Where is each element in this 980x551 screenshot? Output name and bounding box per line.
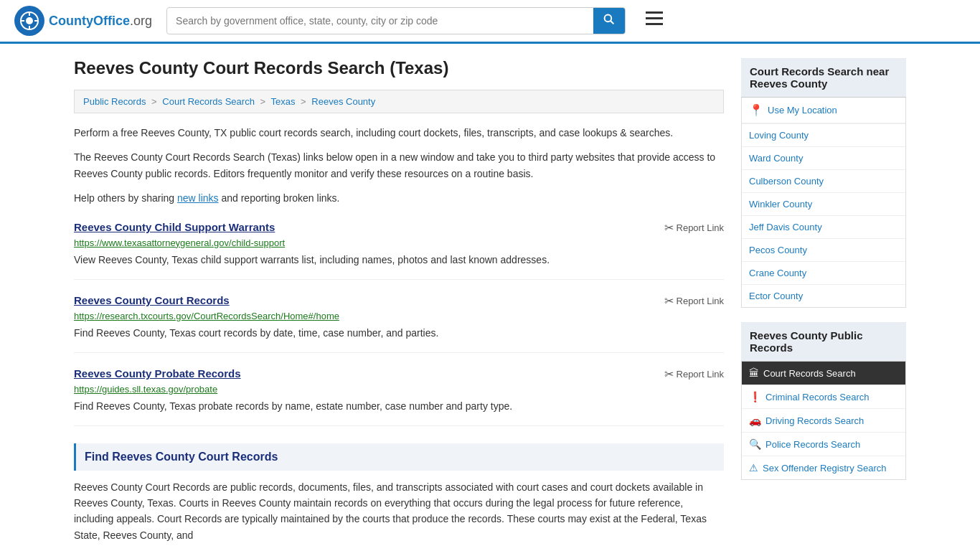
svg-point-6 — [605, 15, 612, 22]
new-links-link[interactable]: new links — [177, 192, 219, 204]
svg-rect-9 — [646, 17, 663, 19]
nearby-county-ector-link[interactable]: Ector County — [742, 285, 905, 307]
use-location-item[interactable]: 📍 Use My Location — [742, 98, 905, 124]
main-content: Reeves County Court Records Search (Texa… — [74, 58, 724, 543]
police-icon: 🔍 — [749, 438, 761, 450]
record-entry-court-records: Reeves County Court Records ✂ Report Lin… — [74, 294, 724, 353]
site-logo[interactable]: CountyOffice.org — [14, 6, 152, 36]
breadcrumb: Public Records > Court Records Search > … — [74, 90, 724, 113]
scissors-icon-3: ✂ — [664, 367, 674, 381]
report-link-btn-3[interactable]: ✂ Report Link — [664, 367, 724, 381]
record-header-2: Reeves County Court Records ✂ Report Lin… — [74, 294, 724, 308]
find-records-heading: Find Reeves County Court Records — [74, 443, 724, 471]
search-input[interactable] — [167, 9, 593, 32]
svg-point-1 — [26, 17, 33, 24]
nearby-county-culberson[interactable]: Culberson County — [742, 170, 905, 193]
breadcrumb-public-records[interactable]: Public Records — [83, 96, 146, 107]
pub-rec-criminal[interactable]: ❗ Criminal Records Search — [742, 385, 905, 409]
nearby-county-pecos[interactable]: Pecos County — [742, 239, 905, 262]
nearby-county-ward[interactable]: Ward County — [742, 147, 905, 170]
menu-button[interactable] — [640, 9, 669, 33]
scissors-icon-2: ✂ — [664, 294, 674, 308]
main-container: Reeves County Court Records Search (Texa… — [60, 44, 920, 551]
public-records-title: Reeves County Public Records — [741, 322, 906, 362]
record-url-court-records[interactable]: https://research.txcourts.gov/CourtRecor… — [74, 311, 724, 321]
nearby-county-winkler[interactable]: Winkler County — [742, 193, 905, 216]
pub-rec-police-link[interactable]: 🔍 Police Records Search — [742, 433, 905, 456]
nearby-county-ector[interactable]: Ector County — [742, 285, 905, 307]
breadcrumb-texas[interactable]: Texas — [271, 96, 296, 107]
record-title-child-support[interactable]: Reeves County Child Support Warrants — [74, 221, 275, 233]
record-url-child-support[interactable]: https://www.texasattorneygeneral.gov/chi… — [74, 237, 724, 248]
public-records-list: 🏛 Court Records Search ❗ Criminal Record… — [741, 362, 906, 480]
nearby-counties-list: 📍 Use My Location Loving County Ward Cou… — [741, 98, 906, 308]
nearby-county-jeff-davis-link[interactable]: Jeff Davis County — [742, 216, 905, 238]
breadcrumb-court-records[interactable]: Court Records Search — [162, 96, 255, 107]
intro-paragraph-3: Help others by sharing new links and rep… — [74, 190, 724, 206]
nearby-county-ward-link[interactable]: Ward County — [742, 147, 905, 169]
pub-rec-sex-offender-link[interactable]: ⚠ Sex Offender Registry Search — [742, 456, 905, 479]
record-header-1: Reeves County Child Support Warrants ✂ R… — [74, 221, 724, 235]
nearby-county-jeff-davis[interactable]: Jeff Davis County — [742, 216, 905, 239]
section-body-text: Reeves County Court Records are public r… — [74, 479, 724, 544]
driving-icon: 🚗 — [749, 415, 761, 426]
intro-paragraph-2: The Reeves County Court Records Search (… — [74, 149, 724, 182]
pub-rec-driving[interactable]: 🚗 Driving Records Search — [742, 409, 905, 433]
record-desc-child-support: View Reeves County, Texas child support … — [74, 253, 724, 268]
location-pin-icon: 📍 — [749, 103, 763, 117]
report-link-btn-2[interactable]: ✂ Report Link — [664, 294, 724, 308]
warning-icon: ⚠ — [749, 462, 758, 474]
sidebar: Court Records Search near Reeves County … — [741, 58, 906, 543]
logo-icon — [14, 6, 44, 36]
record-title-court-records[interactable]: Reeves County Court Records — [74, 294, 230, 306]
pub-rec-court-records-link[interactable]: 🏛 Court Records Search — [742, 362, 905, 385]
pub-rec-criminal-link[interactable]: ❗ Criminal Records Search — [742, 385, 905, 408]
breadcrumb-reeves-county[interactable]: Reeves County — [311, 96, 375, 107]
record-header-3: Reeves County Probate Records ✂ Report L… — [74, 367, 724, 381]
record-entry-probate: Reeves County Probate Records ✂ Report L… — [74, 367, 724, 426]
nearby-county-culberson-link[interactable]: Culberson County — [742, 170, 905, 192]
court-icon: 🏛 — [749, 367, 759, 379]
nearby-county-loving-link[interactable]: Loving County — [742, 124, 905, 146]
nearby-county-pecos-link[interactable]: Pecos County — [742, 239, 905, 261]
pub-rec-court-records[interactable]: 🏛 Court Records Search — [742, 362, 905, 385]
search-button[interactable] — [593, 8, 625, 34]
pub-rec-driving-link[interactable]: 🚗 Driving Records Search — [742, 409, 905, 432]
record-entry-child-support: Reeves County Child Support Warrants ✂ R… — [74, 221, 724, 280]
svg-rect-8 — [646, 11, 663, 14]
nearby-county-crane-link[interactable]: Crane County — [742, 262, 905, 284]
site-header: CountyOffice.org — [0, 0, 980, 44]
nearby-section: Court Records Search near Reeves County … — [741, 58, 906, 308]
record-url-probate[interactable]: https://guides.sll.texas.gov/probate — [74, 384, 724, 395]
record-desc-probate: Find Reeves County, Texas probate record… — [74, 399, 724, 414]
report-link-btn-1[interactable]: ✂ Report Link — [664, 221, 724, 235]
nearby-title: Court Records Search near Reeves County — [741, 58, 906, 98]
pub-rec-sex-offender[interactable]: ⚠ Sex Offender Registry Search — [742, 456, 905, 479]
record-title-probate[interactable]: Reeves County Probate Records — [74, 367, 241, 380]
svg-line-7 — [611, 21, 613, 24]
svg-rect-10 — [646, 23, 663, 25]
nearby-county-loving[interactable]: Loving County — [742, 124, 905, 147]
logo-text: CountyOffice.org — [49, 14, 152, 29]
scissors-icon-1: ✂ — [664, 221, 674, 235]
intro-paragraph-1: Perform a free Reeves County, TX public … — [74, 125, 724, 141]
nearby-county-winkler-link[interactable]: Winkler County — [742, 193, 905, 215]
public-records-section: Reeves County Public Records 🏛 Court Rec… — [741, 322, 906, 480]
search-bar — [166, 7, 626, 34]
pub-rec-police[interactable]: 🔍 Police Records Search — [742, 433, 905, 456]
criminal-icon: ❗ — [749, 391, 761, 402]
page-title: Reeves County Court Records Search (Texa… — [74, 58, 724, 78]
use-location-link[interactable]: 📍 Use My Location — [742, 98, 905, 123]
nearby-county-crane[interactable]: Crane County — [742, 262, 905, 285]
record-desc-court-records: Find Reeves County, Texas court records … — [74, 326, 724, 341]
